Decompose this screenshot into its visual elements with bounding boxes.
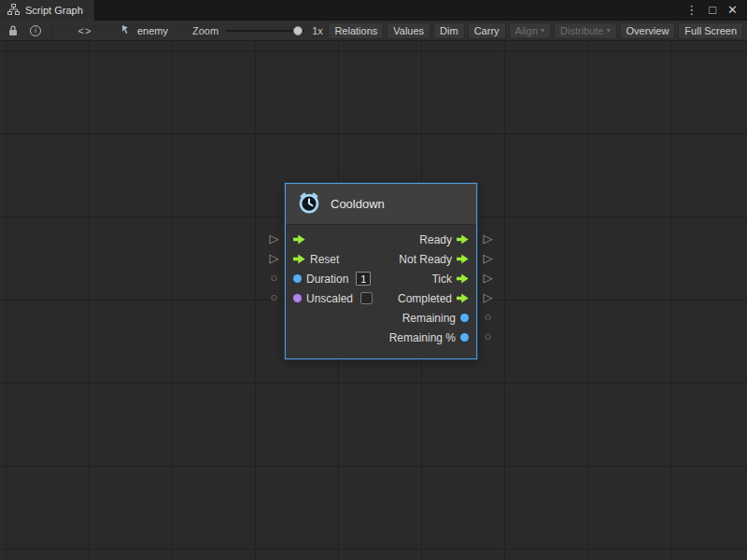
graph-name-label: enemy xyxy=(137,25,168,36)
boolean-port-icon xyxy=(293,294,302,302)
value-port-icon xyxy=(460,314,469,322)
flow-port-icon xyxy=(457,273,469,284)
alarm-clock-icon xyxy=(297,190,321,218)
node-title: Cooldown xyxy=(331,197,385,211)
code-icon[interactable]: <> xyxy=(75,22,95,39)
info-icon[interactable]: i xyxy=(25,22,46,39)
tab-script-graph[interactable]: Script Graph xyxy=(0,0,95,21)
script-graph-icon xyxy=(7,4,20,17)
port-ready[interactable]: Ready xyxy=(387,230,472,249)
port-invoke[interactable] xyxy=(290,230,375,249)
zoom-label: Zoom xyxy=(192,25,218,36)
relations-button[interactable]: Relations xyxy=(328,22,384,39)
align-dropdown[interactable]: Align ▾ xyxy=(509,22,551,39)
flow-output-connector[interactable]: ▷ xyxy=(482,232,494,245)
duration-field[interactable] xyxy=(356,272,371,286)
full-screen-button[interactable]: Full Screen xyxy=(678,22,743,39)
chevron-down-icon: ▾ xyxy=(541,27,544,35)
node-ports: Reset Duration Unscaled xyxy=(286,225,476,358)
script-graph-window: Script Graph ⋮ □ ✕ i <> xyxy=(0,0,747,560)
port-remaining[interactable]: Remaining xyxy=(387,308,472,328)
flow-port-icon xyxy=(293,254,305,264)
flow-port-icon xyxy=(293,234,305,245)
window-controls: ⋮ □ ✕ xyxy=(685,4,747,16)
flow-output-connector[interactable]: ▷ xyxy=(482,252,494,264)
flow-input-connector[interactable]: ▷ xyxy=(268,252,280,264)
port-label: Unscaled xyxy=(306,292,353,305)
value-port-icon xyxy=(460,333,469,342)
carry-button[interactable]: Carry xyxy=(468,22,506,39)
flow-input-connector[interactable]: ▷ xyxy=(268,232,280,245)
value-output-connector[interactable]: ○ xyxy=(482,311,494,323)
output-ports: Ready Not Ready Tick xyxy=(387,230,472,347)
values-button[interactable]: Values xyxy=(387,22,430,39)
port-tick[interactable]: Tick xyxy=(387,269,472,288)
kebab-menu-icon[interactable]: ⋮ xyxy=(685,4,698,16)
zoom-slider[interactable] xyxy=(226,30,304,32)
value-input-connector[interactable]: ○ xyxy=(268,272,280,284)
flow-port-icon xyxy=(457,234,469,245)
flow-output-connector[interactable]: ▷ xyxy=(482,272,494,284)
close-icon[interactable]: ✕ xyxy=(727,4,738,16)
port-label: Duration xyxy=(306,273,348,286)
titlebar: Script Graph ⋮ □ ✕ xyxy=(0,0,747,21)
port-label: Ready xyxy=(419,233,452,246)
toolbar-separator xyxy=(51,24,52,37)
port-label: Reset xyxy=(310,253,339,266)
port-reset[interactable]: Reset xyxy=(290,249,375,269)
chevron-down-icon: ▾ xyxy=(607,27,611,35)
port-not-ready[interactable]: Not Ready xyxy=(387,249,472,269)
port-unscaled[interactable]: Unscaled xyxy=(290,288,375,308)
maximize-icon[interactable]: □ xyxy=(709,4,716,16)
value-output-connector[interactable]: ○ xyxy=(482,330,494,343)
flow-output-connector[interactable]: ▷ xyxy=(482,291,494,303)
tab-title: Script Graph xyxy=(25,5,83,16)
zoom-control: Zoom 1x xyxy=(192,25,323,36)
port-duration[interactable]: Duration xyxy=(290,269,375,288)
graph-breadcrumb[interactable]: enemy xyxy=(121,24,168,36)
flow-port-icon xyxy=(457,293,469,303)
port-completed[interactable]: Completed xyxy=(387,288,472,308)
value-input-connector[interactable]: ○ xyxy=(268,291,280,303)
unscaled-checkbox[interactable] xyxy=(360,292,373,304)
value-port-icon xyxy=(293,274,302,283)
port-label: Remaining xyxy=(402,312,456,325)
zoom-slider-handle[interactable] xyxy=(293,26,303,35)
port-label: Not Ready xyxy=(399,253,452,266)
node-header[interactable]: Cooldown xyxy=(286,184,476,225)
graph-toolbar: i <> enemy Zoom 1x Relations xyxy=(0,21,747,41)
port-remaining-percent[interactable]: Remaining % xyxy=(387,328,472,347)
port-label: Completed xyxy=(398,292,452,305)
flow-port-icon xyxy=(457,254,469,264)
zoom-value: 1x xyxy=(312,25,323,36)
input-ports: Reset Duration Unscaled xyxy=(290,230,375,347)
graph-asset-icon xyxy=(121,24,133,36)
toolbar-buttons: Relations Values Dim Carry Align ▾ Distr… xyxy=(328,22,744,39)
overview-button[interactable]: Overview xyxy=(620,22,676,39)
port-label: Remaining % xyxy=(389,331,456,344)
port-label: Tick xyxy=(431,273,452,286)
cooldown-node[interactable]: ▷ ▷ ○ ○ ▷ ▷ ▷ ▷ ○ ○ xyxy=(285,183,477,359)
lock-icon[interactable] xyxy=(3,22,23,39)
distribute-dropdown[interactable]: Distribute ▾ xyxy=(554,22,616,39)
dim-button[interactable]: Dim xyxy=(433,22,465,39)
graph-canvas[interactable]: ▷ ▷ ○ ○ ▷ ▷ ▷ ▷ ○ ○ xyxy=(0,41,747,560)
